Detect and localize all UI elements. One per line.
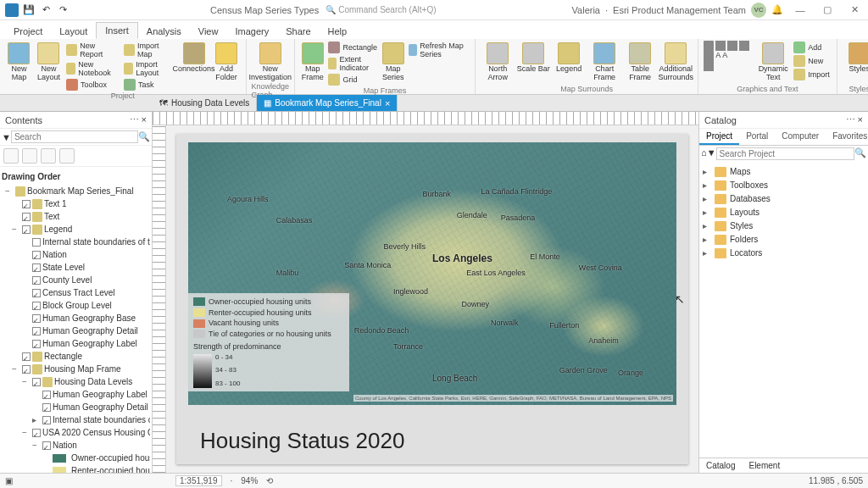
add-folder-button[interactable]: Add Folder (213, 41, 241, 92)
list-by-element-icon[interactable] (59, 148, 75, 164)
command-search[interactable]: 🔍Command Search (Alt+Q) (326, 5, 436, 14)
list-by-selection-icon[interactable] (41, 148, 56, 164)
new-report-button[interactable]: New Report (64, 41, 120, 59)
list-by-source-icon[interactable] (22, 148, 37, 164)
scale-bar-button[interactable]: Scale Bar (516, 41, 550, 85)
search-input[interactable] (11, 130, 138, 143)
catalog-tree[interactable]: ▸Maps▸Toolboxes▸Databases▸Layouts▸Styles… (699, 162, 868, 458)
extent-button[interactable]: Extent Indicator (326, 54, 379, 73)
catalog-item[interactable]: ▸Folders (703, 233, 865, 247)
tab-help[interactable]: Help (320, 24, 356, 39)
tree-item[interactable]: Nation (2, 248, 150, 261)
cat-tab-project[interactable]: Project (699, 129, 739, 145)
shape-icon[interactable] (739, 41, 749, 51)
tree-item[interactable]: Human Geography Base (2, 312, 150, 324)
tree-item[interactable]: County Level (2, 274, 150, 286)
tree-item[interactable]: Census Tract Level (2, 286, 150, 299)
panel-options-icon[interactable]: ⋯ × (846, 114, 863, 125)
tree-item[interactable]: −USA 2020 Census Housing Characteristics (2, 426, 150, 439)
tab-layout[interactable]: Layout (51, 24, 96, 39)
tree-item[interactable]: Human Geography Label (2, 388, 150, 401)
list-by-drawing-icon[interactable] (3, 148, 19, 164)
catalog-item[interactable]: ▸Databases (703, 192, 865, 206)
cat-tab-catalog[interactable]: Catalog (699, 458, 742, 473)
tree-item[interactable]: −Nation (2, 439, 150, 452)
toolbox-button[interactable]: Toolbox (64, 78, 120, 92)
shape-icon[interactable] (715, 41, 726, 51)
cat-tab-favorites[interactable]: Favorites (826, 129, 868, 145)
table-frame-button[interactable]: Table Frame (623, 41, 657, 85)
tree-item[interactable]: State Level (2, 261, 150, 274)
tree-item[interactable]: Renter-occupied housing units (2, 464, 150, 473)
additional-surrounds-button[interactable]: Additional Surrounds (659, 41, 693, 85)
tree-item[interactable]: ▸Internal state boundaries of the United… (2, 413, 150, 426)
catalog-item[interactable]: ▸Styles (703, 219, 865, 233)
user-area[interactable]: Valeria· Esri Product Management Team VC… (572, 3, 787, 18)
doctab-bookmark-series[interactable]: ▦Bookmark Map Series_Final× (257, 95, 398, 111)
expand-icon[interactable]: ▣ (5, 476, 13, 485)
tree-item[interactable]: −Legend (2, 223, 150, 236)
map-series-button[interactable]: Map Series (381, 41, 405, 86)
tab-analysis[interactable]: Analysis (138, 24, 190, 39)
funnel-icon[interactable]: ▼ (707, 147, 716, 160)
catalog-item[interactable]: ▸Maps (703, 165, 865, 179)
tree-item[interactable]: Human Geography Detail (2, 324, 150, 337)
contents-tree[interactable]: Drawing Order −Bookmark Map Series_Final… (0, 167, 152, 473)
catalog-item[interactable]: ▸Locators (703, 247, 865, 260)
import-map-button[interactable]: Import Map (122, 41, 175, 59)
catalog-item[interactable]: ▸Layouts (703, 206, 865, 219)
tab-insert[interactable]: Insert (96, 22, 138, 39)
cat-tab-portal[interactable]: Portal (739, 129, 775, 145)
new-layout-button[interactable]: New Layout (35, 41, 63, 92)
tree-item[interactable]: Block Group Level (2, 299, 150, 312)
tree-item[interactable]: −Housing Data Levels (2, 375, 150, 388)
home-icon[interactable]: ⌂ (701, 147, 707, 160)
tree-item[interactable]: Rectangle (2, 350, 150, 363)
new-notebook-button[interactable]: New Notebook (64, 59, 120, 78)
tree-item[interactable]: −Bookmark Map Series_Final (2, 185, 150, 197)
zoom-display[interactable]: 94% (241, 476, 258, 485)
undo-icon[interactable]: ↶ (39, 3, 53, 17)
tab-view[interactable]: View (190, 24, 227, 39)
funnel-icon[interactable]: ▼ (2, 132, 11, 142)
grid-button[interactable]: Grid (326, 73, 379, 86)
cat-tab-computer[interactable]: Computer (775, 129, 826, 145)
text-tool-icon[interactable] (704, 51, 714, 61)
styles-button[interactable]: Styles (843, 41, 868, 85)
new-map-button[interactable]: New Map (5, 41, 33, 92)
dynamic-text-button[interactable]: Dynamic Text (756, 41, 790, 85)
new-button[interactable]: New (792, 54, 832, 68)
new-investigation-button[interactable]: New Investigation (253, 41, 287, 82)
close-button[interactable]: ✕ (841, 0, 868, 20)
search-icon[interactable]: 🔍 (138, 131, 150, 142)
bell-icon[interactable]: 🔔 (771, 4, 783, 15)
nav-icon[interactable]: ⟲ (266, 476, 273, 485)
refresh-map-series-button[interactable]: Refresh Map Series (407, 41, 470, 59)
minimize-button[interactable]: — (787, 0, 814, 20)
tree-item[interactable]: Human Geography Label (2, 337, 150, 350)
tab-project[interactable]: Project (5, 24, 51, 39)
panel-options-icon[interactable]: ⋯ × (130, 114, 147, 125)
rectangle-button[interactable]: Rectangle (326, 41, 379, 54)
tree-item[interactable]: −Housing Map Frame (2, 363, 150, 375)
tab-share[interactable]: Share (277, 24, 319, 39)
save-icon[interactable]: 💾 (22, 3, 36, 17)
import-layout-button[interactable]: Import Layout (122, 59, 175, 78)
import-button[interactable]: Import (792, 68, 832, 81)
chart-frame-button[interactable]: Chart Frame (587, 41, 621, 85)
catalog-search-input[interactable] (716, 147, 854, 160)
tab-imagery[interactable]: Imagery (226, 24, 277, 39)
picture-icon[interactable] (704, 61, 714, 71)
redo-icon[interactable]: ↷ (56, 3, 70, 17)
catalog-item[interactable]: ▸Toolboxes (703, 179, 865, 192)
map-frame-button[interactable]: Map Frame (300, 41, 325, 86)
maximize-button[interactable]: ▢ (814, 0, 841, 20)
tree-item[interactable]: Internal state boundaries of the United.… (2, 236, 150, 248)
north-arrow-button[interactable]: North Arrow (481, 41, 515, 85)
doctab-housing-data[interactable]: 🗺Housing Data Levels (153, 95, 257, 111)
tree-item[interactable]: Text 1 (2, 197, 150, 210)
legend-button[interactable]: Legend (552, 41, 586, 85)
shape-icon[interactable] (727, 41, 737, 51)
tree-item[interactable]: Human Geography Detail (2, 401, 150, 413)
tree-item[interactable]: Owner-occupied housing units (2, 452, 150, 464)
